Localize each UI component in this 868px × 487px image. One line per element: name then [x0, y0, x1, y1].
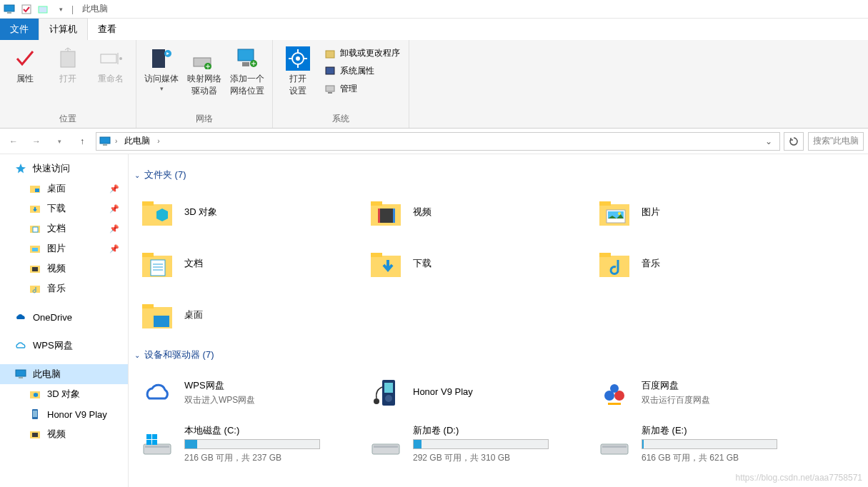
- add-netloc-button[interactable]: 添加一个 网络位置: [228, 43, 266, 97]
- drive-icon: [597, 427, 632, 461]
- refresh-button[interactable]: [784, 132, 804, 151]
- drive-c[interactable]: 本地磁盘 (C:)216 GB 可用，共 237 GB: [134, 418, 363, 470]
- sys-props-label: 系统属性: [340, 65, 374, 77]
- uninstall-button[interactable]: 卸载或更改程序: [321, 46, 403, 61]
- music-folder-icon: [597, 247, 632, 281]
- uninstall-label: 卸载或更改程序: [340, 47, 400, 59]
- sidebar-desktop[interactable]: 桌面📌: [0, 179, 128, 199]
- ribbon-tabs: 文件 计算机 查看: [0, 19, 868, 40]
- sidebar-quick-label: 快速访问: [33, 162, 70, 175]
- devices-grid: WPS网盘双击进入WPS网盘 Honor V9 Play 百度网盘双击运行百度网…: [134, 367, 868, 470]
- group-network-label: 网络: [142, 111, 266, 126]
- window-title: 此电脑: [82, 3, 108, 15]
- open-button[interactable]: 打开: [49, 43, 87, 85]
- sidebar-downloads[interactable]: 下载📌: [0, 199, 128, 219]
- qat-dropdown-icon[interactable]: ▾: [53, 1, 69, 17]
- sys-props-button[interactable]: 系统属性: [321, 64, 403, 79]
- folder-3d-objects[interactable]: 3D 对象: [134, 187, 363, 239]
- search-box[interactable]: 搜索"此电脑: [808, 132, 864, 151]
- device-honor[interactable]: Honor V9 Play: [363, 367, 592, 418]
- folder-name: 文档: [184, 257, 357, 270]
- new-folder-qat-icon[interactable]: [36, 1, 51, 17]
- map-drive-button[interactable]: 映射网络 驱动器: [185, 43, 224, 97]
- pin-icon: 📌: [109, 184, 119, 194]
- svg-rect-23: [326, 67, 334, 74]
- sidebar-quick-access[interactable]: 快速访问: [0, 159, 128, 179]
- folder-music[interactable]: 音乐: [592, 239, 820, 290]
- properties-qat-icon[interactable]: [19, 1, 34, 17]
- forward-button[interactable]: →: [27, 132, 46, 151]
- group-system-label: 系统: [279, 111, 403, 126]
- tab-view[interactable]: 查看: [88, 19, 126, 40]
- folder-videos[interactable]: 视频: [363, 187, 592, 239]
- content-pane[interactable]: ⌄文件夹 (7) 3D 对象 视频 图片 文档 下载 音乐 桌面 ⌄设备和驱动器…: [129, 154, 868, 487]
- svg-rect-53: [599, 201, 611, 206]
- sidebar[interactable]: 快速访问 桌面📌 下载📌 文档📌 图片📌 视频 音乐 OneDrive WPS网…: [0, 154, 129, 487]
- drive-name: 新加卷 (D:): [413, 424, 586, 437]
- folder-documents[interactable]: 文档: [134, 239, 363, 290]
- videos-folder-icon: [29, 428, 41, 441]
- section-devices-header[interactable]: ⌄设备和驱动器 (7): [134, 348, 868, 361]
- sidebar-pictures[interactable]: 图片📌: [0, 239, 128, 258]
- section-folders-header[interactable]: ⌄文件夹 (7): [134, 169, 868, 181]
- tab-computer[interactable]: 计算机: [39, 18, 88, 40]
- rename-button[interactable]: 重命名: [91, 43, 130, 85]
- sidebar-videos-label: 视频: [47, 262, 66, 275]
- back-button[interactable]: ←: [4, 132, 23, 151]
- sidebar-documents[interactable]: 文档📌: [0, 219, 128, 239]
- svg-rect-29: [35, 189, 39, 192]
- search-placeholder: 搜索"此电脑: [813, 135, 859, 147]
- 3d-folder-icon: [140, 196, 174, 230]
- breadcrumb-thispc[interactable]: 此电脑: [124, 135, 150, 147]
- folder-pictures[interactable]: 图片: [592, 187, 820, 239]
- svg-point-7: [119, 57, 122, 60]
- sidebar-honor[interactable]: Honor V9 Play: [0, 404, 128, 424]
- device-sub: 双击进入WPS网盘: [184, 394, 357, 406]
- svg-rect-4: [61, 51, 75, 67]
- sidebar-videos[interactable]: 视频: [0, 258, 128, 278]
- sidebar-3dobjects[interactable]: 3D 对象: [0, 384, 128, 404]
- address-bar[interactable]: ›此电脑› ⌄: [96, 132, 780, 151]
- drive-d[interactable]: 新加卷 (D:)292 GB 可用，共 310 GB: [363, 418, 592, 470]
- map-drive-label-2: 驱动器: [191, 85, 217, 97]
- media-server-icon: [149, 46, 174, 71]
- svg-point-73: [374, 398, 379, 404]
- pc-icon[interactable]: [1, 1, 17, 17]
- recent-dropdown[interactable]: ▾: [50, 132, 69, 151]
- chevron-down-icon: ⌄: [134, 351, 140, 359]
- sidebar-thispc[interactable]: 此电脑: [0, 364, 128, 384]
- svg-rect-8: [152, 49, 165, 68]
- drive-name: 新加卷 (E:): [642, 424, 814, 437]
- sidebar-videos2[interactable]: 视频: [0, 424, 128, 444]
- open-settings-button[interactable]: 打开 设置: [279, 43, 317, 97]
- folder-name: 图片: [642, 206, 814, 219]
- drive-e[interactable]: 新加卷 (E:)616 GB 可用，共 621 GB: [592, 418, 820, 470]
- sys-props-icon: [324, 66, 336, 77]
- up-button[interactable]: ↑: [73, 132, 91, 151]
- folder-downloads[interactable]: 下载: [363, 239, 592, 290]
- sidebar-wps[interactable]: WPS网盘: [0, 336, 128, 356]
- pin-icon: 📌: [109, 244, 119, 253]
- sidebar-music[interactable]: 音乐: [0, 278, 128, 298]
- device-sub: 双击运行百度网盘: [642, 394, 814, 406]
- svg-rect-59: [151, 260, 165, 276]
- device-wps[interactable]: WPS网盘双击进入WPS网盘: [134, 367, 363, 418]
- chevron-down-icon: ⌄: [134, 171, 140, 179]
- section-devices-label: 设备和驱动器 (7): [144, 348, 214, 361]
- svg-rect-36: [32, 267, 38, 271]
- folder-name: 3D 对象: [184, 206, 357, 219]
- downloads-folder-icon: [369, 247, 403, 281]
- sidebar-onedrive[interactable]: OneDrive: [0, 307, 128, 327]
- tab-file[interactable]: 文件: [0, 19, 39, 40]
- device-baidu[interactable]: 百度网盘双击运行百度网盘: [592, 367, 820, 418]
- properties-button[interactable]: 属性: [6, 43, 44, 85]
- folder-desktop[interactable]: 桌面: [134, 290, 363, 341]
- settings-label-1: 打开: [289, 73, 306, 85]
- manage-button[interactable]: 管理: [321, 81, 403, 96]
- device-name: WPS网盘: [184, 379, 357, 392]
- svg-rect-71: [384, 383, 393, 393]
- address-dropdown-icon[interactable]: ⌄: [761, 136, 777, 146]
- downloads-folder-icon: [29, 202, 41, 215]
- phone-icon: [29, 408, 41, 421]
- access-media-button[interactable]: 访问媒体 ▾: [142, 43, 181, 92]
